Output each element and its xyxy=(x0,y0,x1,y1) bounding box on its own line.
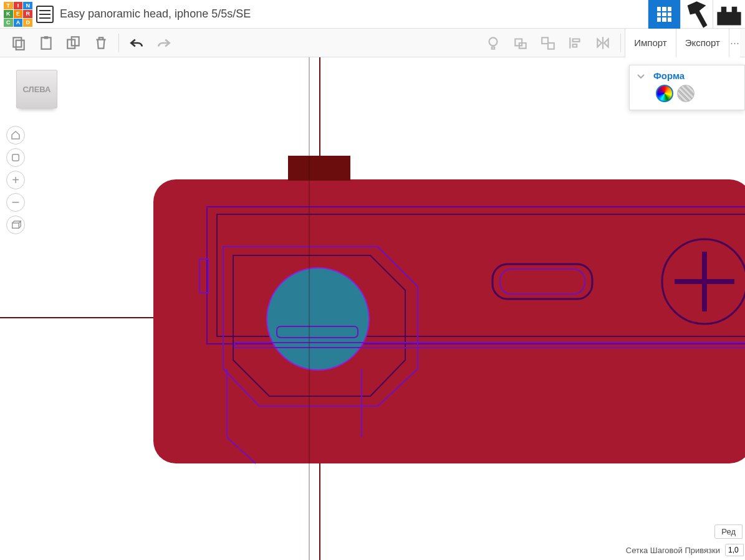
svg-rect-5 xyxy=(41,37,50,49)
grid-snap-control: Сетка Шаговой Привязки xyxy=(626,544,744,556)
parts-panel-button[interactable] xyxy=(648,0,680,29)
svg-rect-4 xyxy=(16,40,24,49)
mirror-button[interactable] xyxy=(592,32,614,54)
ortho-icon xyxy=(10,219,21,230)
svg-marker-19 xyxy=(233,255,405,396)
svg-rect-17 xyxy=(217,214,745,336)
svg-rect-11 xyxy=(548,43,554,49)
svg-line-31 xyxy=(227,437,256,463)
svg-point-9 xyxy=(489,37,497,45)
group-icon xyxy=(512,35,529,51)
duplicate-icon xyxy=(65,35,82,51)
brick-icon xyxy=(713,0,745,31)
shape-inspector-panel: Форма xyxy=(629,65,745,110)
home-view-button[interactable] xyxy=(6,126,25,145)
duplicate-button[interactable] xyxy=(62,32,85,54)
zoom-out-button[interactable]: − xyxy=(6,193,25,212)
undo-icon xyxy=(128,35,145,51)
ungroup-icon xyxy=(540,35,556,51)
svg-point-20 xyxy=(267,268,369,370)
grid-snap-input[interactable] xyxy=(725,544,744,556)
svg-rect-34 xyxy=(12,154,19,161)
ortho-view-button[interactable] xyxy=(6,216,25,234)
view-nav-column: + − xyxy=(6,126,25,234)
align-icon xyxy=(567,35,584,51)
copy-button[interactable] xyxy=(7,32,30,54)
svg-rect-15 xyxy=(288,156,350,181)
blocks-mode-button[interactable] xyxy=(680,0,713,29)
bricks-mode-button[interactable] xyxy=(713,0,745,29)
delete-button[interactable] xyxy=(90,32,112,54)
edit-grid-button[interactable]: Ред xyxy=(714,524,743,539)
svg-rect-2 xyxy=(732,6,738,13)
grid-snap-label: Сетка Шаговой Привязки xyxy=(626,546,720,555)
import-button[interactable]: Импорт xyxy=(625,29,675,57)
canvas-viewport[interactable]: СЛЕВА + − Форма Ред Сетка Шаговой Привяз… xyxy=(0,57,745,560)
svg-marker-18 xyxy=(223,247,418,406)
svg-rect-35 xyxy=(12,223,19,228)
svg-rect-1 xyxy=(721,6,727,13)
redo-icon xyxy=(156,35,172,51)
mirror-icon xyxy=(595,35,611,51)
svg-rect-0 xyxy=(717,12,741,25)
view-cube-label: СЛЕВА xyxy=(23,85,51,94)
grid-icon xyxy=(657,7,672,22)
trash-icon xyxy=(93,35,109,51)
chevron-down-icon[interactable] xyxy=(636,71,646,81)
share-button[interactable]: ⋯ xyxy=(729,29,740,57)
svg-rect-14 xyxy=(153,179,745,463)
svg-point-25 xyxy=(662,239,745,324)
undo-button[interactable] xyxy=(125,32,148,54)
fit-icon xyxy=(10,152,21,163)
copy-icon xyxy=(11,35,27,51)
app-header: TIN KER CAD Easy panoramic head, iphone … xyxy=(0,0,745,29)
design-list-icon[interactable] xyxy=(36,6,54,23)
paste-icon xyxy=(38,35,54,51)
shape-panel-title: Форма xyxy=(653,70,685,81)
fit-view-button[interactable] xyxy=(6,148,25,167)
bulb-icon xyxy=(485,35,501,51)
redo-button[interactable] xyxy=(153,32,175,54)
svg-point-21 xyxy=(267,268,369,370)
model-render xyxy=(0,57,745,560)
svg-rect-6 xyxy=(44,36,49,39)
svg-rect-23 xyxy=(493,264,592,299)
hole-mode-button[interactable] xyxy=(677,85,695,102)
ungroup-button[interactable] xyxy=(537,32,559,54)
main-toolbar: Импорт Экспорт ⋯ xyxy=(0,29,745,57)
export-button[interactable]: Экспорт xyxy=(676,29,729,57)
svg-rect-3 xyxy=(13,37,21,47)
hint-button[interactable] xyxy=(482,32,504,54)
group-button[interactable] xyxy=(509,32,532,54)
align-button[interactable] xyxy=(564,32,587,54)
pickaxe-icon xyxy=(681,0,713,31)
svg-rect-22 xyxy=(199,259,208,293)
zoom-in-button[interactable]: + xyxy=(6,171,25,189)
document-title[interactable]: Easy panoramic head, iphone 5/5s/SE xyxy=(60,7,251,21)
solid-color-button[interactable] xyxy=(656,85,673,102)
svg-rect-28 xyxy=(234,343,745,348)
svg-rect-10 xyxy=(542,37,548,44)
home-icon xyxy=(10,130,21,141)
tinkercad-logo[interactable]: TIN KER CAD xyxy=(4,2,32,27)
view-cube[interactable]: СЛЕВА xyxy=(16,70,57,108)
svg-rect-32 xyxy=(277,326,358,338)
svg-rect-16 xyxy=(207,207,745,344)
paste-button[interactable] xyxy=(35,32,57,54)
svg-rect-24 xyxy=(500,269,585,294)
